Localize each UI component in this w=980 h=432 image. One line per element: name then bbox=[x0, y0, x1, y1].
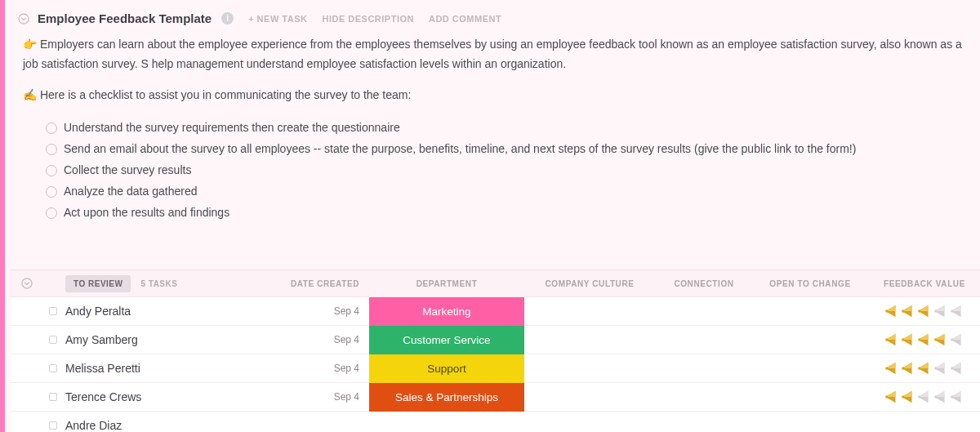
checklist-item[interactable]: Understand the survey requirements then … bbox=[46, 118, 962, 139]
megaphone-icon bbox=[917, 361, 932, 376]
svg-rect-5 bbox=[934, 310, 937, 312]
checkbox-icon[interactable] bbox=[46, 186, 57, 198]
megaphone-icon bbox=[950, 390, 964, 404]
task-status-icon[interactable] bbox=[49, 336, 57, 344]
new-task-button[interactable]: + NEW TASK bbox=[248, 14, 307, 24]
intro-text: Employers can learn about the employee e… bbox=[23, 38, 962, 70]
task-table: TO REVIEW 5 TASKS DATE CREATED DEPARTMEN… bbox=[10, 269, 980, 432]
table-row[interactable]: Melissa PerettiSep 4Support bbox=[10, 354, 980, 383]
info-icon[interactable]: i bbox=[221, 12, 234, 24]
task-status-icon[interactable] bbox=[49, 393, 57, 401]
task-status-icon[interactable] bbox=[49, 421, 57, 430]
col-header-date[interactable]: DATE CREATED bbox=[287, 279, 369, 288]
task-status-icon[interactable] bbox=[49, 307, 57, 315]
svg-rect-19 bbox=[918, 395, 920, 398]
col-header-connection[interactable]: CONNECTION bbox=[655, 279, 753, 288]
megaphone-icon bbox=[901, 390, 915, 404]
table-row[interactable]: Andy PeraltaSep 4Marketing bbox=[10, 297, 980, 326]
checklist-item-label: Collect the survey results bbox=[64, 160, 191, 181]
table-header: TO REVIEW 5 TASKS DATE CREATED DEPARTMEN… bbox=[10, 269, 980, 297]
megaphone-icon bbox=[950, 304, 964, 318]
hide-description-button[interactable]: HIDE DESCRIPTION bbox=[322, 14, 414, 24]
megaphone-icon bbox=[901, 361, 915, 376]
svg-rect-11 bbox=[951, 338, 953, 341]
megaphone-icon bbox=[933, 390, 948, 404]
megaphone-icon bbox=[884, 361, 899, 376]
description-block: 👉 Employers can learn about the employee… bbox=[5, 32, 980, 224]
task-name: Andre Diaz bbox=[65, 419, 122, 432]
checkbox-icon[interactable] bbox=[46, 144, 57, 155]
task-count: 5 TASKS bbox=[140, 279, 177, 288]
feedback-value-cell[interactable] bbox=[867, 390, 980, 404]
svg-rect-6 bbox=[951, 310, 953, 312]
department-tag[interactable]: Marketing bbox=[369, 297, 524, 326]
col-header-culture[interactable]: COMPANY CULTURE bbox=[524, 279, 655, 288]
megaphone-icon bbox=[917, 304, 932, 318]
status-collapse-icon[interactable] bbox=[21, 278, 33, 289]
megaphone-icon bbox=[901, 304, 915, 318]
megaphone-icon bbox=[933, 304, 948, 318]
checkbox-icon[interactable] bbox=[46, 207, 57, 219]
svg-rect-14 bbox=[918, 367, 920, 369]
svg-rect-21 bbox=[951, 395, 953, 398]
date-created-cell: Sep 4 bbox=[287, 305, 369, 317]
svg-rect-4 bbox=[918, 310, 920, 312]
svg-rect-20 bbox=[934, 395, 937, 398]
checklist-item-label: Analyze the data gathered bbox=[64, 181, 197, 203]
svg-rect-16 bbox=[951, 367, 953, 369]
feedback-value-cell[interactable] bbox=[867, 361, 980, 376]
table-row[interactable]: Terence CrewsSep 4Sales & Partnerships bbox=[10, 383, 980, 412]
task-name: Andy Peralta bbox=[65, 305, 131, 318]
checklist-item-label: Send an email about the survey to all em… bbox=[64, 139, 856, 160]
megaphone-icon bbox=[917, 332, 932, 347]
megaphone-icon bbox=[884, 390, 899, 404]
checklist: Understand the survey requirements then … bbox=[23, 116, 962, 223]
svg-rect-18 bbox=[902, 395, 904, 398]
svg-rect-2 bbox=[885, 310, 888, 312]
svg-rect-3 bbox=[902, 310, 904, 312]
table-row[interactable]: Amy SambergSep 4Customer Service bbox=[10, 326, 980, 354]
date-created-cell: Sep 4 bbox=[287, 334, 369, 345]
add-comment-button[interactable]: ADD COMMENT bbox=[429, 14, 501, 24]
svg-rect-17 bbox=[885, 395, 888, 398]
table-row[interactable]: Andre Diaz bbox=[10, 412, 980, 432]
task-name: Melissa Peretti bbox=[65, 362, 140, 375]
collapse-toggle-icon[interactable] bbox=[18, 13, 29, 24]
intro-emoji-icon: 👉 bbox=[23, 38, 37, 51]
checkbox-icon[interactable] bbox=[46, 122, 57, 134]
megaphone-icon bbox=[901, 332, 915, 347]
megaphone-icon bbox=[950, 332, 964, 347]
department-tag[interactable]: Customer Service bbox=[369, 326, 524, 354]
date-created-cell: Sep 4 bbox=[287, 363, 369, 374]
svg-rect-10 bbox=[934, 338, 937, 341]
checklist-emoji-icon: ✍️ bbox=[23, 88, 37, 101]
checklist-item[interactable]: Collect the survey results bbox=[46, 160, 962, 181]
col-header-dept[interactable]: DEPARTMENT bbox=[369, 279, 524, 288]
checklist-item[interactable]: Send an email about the survey to all em… bbox=[46, 139, 962, 160]
feedback-value-cell[interactable] bbox=[867, 304, 980, 318]
page-title: Employee Feedback Template bbox=[38, 11, 212, 25]
megaphone-icon bbox=[933, 332, 948, 347]
task-name: Amy Samberg bbox=[65, 333, 138, 346]
task-status-icon[interactable] bbox=[49, 364, 57, 372]
svg-point-0 bbox=[19, 14, 29, 24]
svg-rect-7 bbox=[885, 338, 888, 341]
checklist-intro-text: Here is a checklist to assist you in com… bbox=[40, 88, 411, 101]
department-tag[interactable]: Sales & Partnerships bbox=[369, 383, 524, 412]
col-header-change[interactable]: OPEN TO CHANGE bbox=[753, 279, 867, 288]
megaphone-icon bbox=[950, 361, 964, 376]
megaphone-icon bbox=[884, 332, 899, 347]
task-name: Terence Crews bbox=[65, 390, 141, 403]
checklist-item[interactable]: Act upon the results and findings bbox=[46, 203, 962, 224]
col-header-feedback-value[interactable]: FEEDBACK VALUE bbox=[867, 279, 980, 288]
checkbox-icon[interactable] bbox=[46, 165, 57, 176]
checklist-item[interactable]: Analyze the data gathered bbox=[46, 181, 962, 203]
megaphone-icon bbox=[884, 304, 899, 318]
svg-rect-9 bbox=[918, 338, 920, 341]
status-pill[interactable]: TO REVIEW bbox=[65, 275, 131, 292]
checklist-item-label: Act upon the results and findings bbox=[64, 203, 229, 224]
checklist-item-label: Understand the survey requirements then … bbox=[64, 118, 400, 139]
feedback-value-cell[interactable] bbox=[867, 332, 980, 347]
svg-point-1 bbox=[22, 278, 32, 288]
department-tag[interactable]: Support bbox=[369, 354, 524, 383]
